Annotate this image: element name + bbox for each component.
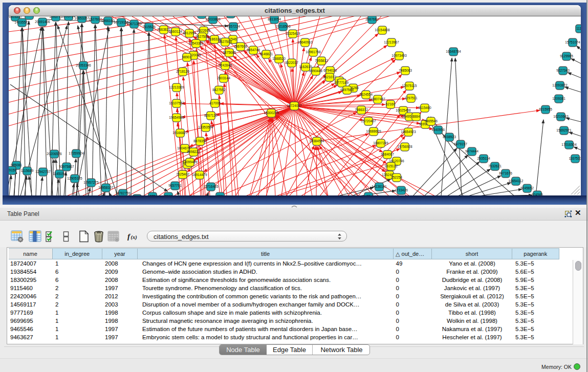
svg-text:2718126: 2718126 xyxy=(176,70,189,73)
svg-text:15692971: 15692971 xyxy=(556,128,572,132)
svg-text:10154808: 10154808 xyxy=(375,28,390,32)
svg-text:19756928: 19756928 xyxy=(397,145,412,148)
svg-text:11325419: 11325419 xyxy=(286,32,300,35)
svg-text:16107552: 16107552 xyxy=(169,101,184,105)
svg-text:9560: 9560 xyxy=(165,194,172,195)
svg-text:8427552: 8427552 xyxy=(212,88,226,92)
svg-text:19166827: 19166827 xyxy=(172,131,188,135)
svg-text:16033809: 16033809 xyxy=(205,17,221,21)
svg-text:3624554: 3624554 xyxy=(359,93,373,96)
svg-text:10688609: 10688609 xyxy=(366,129,381,133)
svg-text:955: 955 xyxy=(149,194,155,195)
svg-text:2322605: 2322605 xyxy=(197,29,210,32)
svg-text:1112: 1112 xyxy=(576,27,581,30)
svg-text:(x): (x) xyxy=(131,234,137,240)
svg-text:8215955: 8215955 xyxy=(539,107,552,111)
svg-text:1145194: 1145194 xyxy=(53,172,66,176)
svg-text:9465546: 9465546 xyxy=(424,119,438,123)
svg-text:8454749: 8454749 xyxy=(247,48,260,52)
svg-text:1297511: 1297511 xyxy=(404,96,418,100)
svg-text:1209381: 1209381 xyxy=(552,97,565,100)
svg-text:9242845: 9242845 xyxy=(219,63,232,67)
svg-text:12213967: 12213967 xyxy=(384,40,399,44)
svg-text:39159: 39159 xyxy=(9,168,16,172)
svg-text:924565: 924565 xyxy=(532,193,543,195)
svg-text:8912954: 8912954 xyxy=(183,31,196,35)
svg-text:1621072: 1621072 xyxy=(323,75,336,79)
svg-text:3875685: 3875685 xyxy=(223,51,236,54)
svg-text:16914479: 16914479 xyxy=(192,173,207,177)
svg-text:9684067: 9684067 xyxy=(381,152,394,156)
svg-text:9498222: 9498222 xyxy=(187,150,200,154)
svg-text:15300275: 15300275 xyxy=(264,111,279,115)
svg-text:19654985: 19654985 xyxy=(169,116,184,119)
svg-text:1615132: 1615132 xyxy=(384,164,398,168)
svg-text:10654112: 10654112 xyxy=(509,179,524,183)
svg-text:6966160: 6966160 xyxy=(101,19,115,23)
svg-text:14136141: 14136141 xyxy=(372,185,387,188)
svg-text:6794028: 6794028 xyxy=(323,69,337,72)
svg-text:6479197: 6479197 xyxy=(454,142,467,146)
svg-text:14035572: 14035572 xyxy=(14,20,30,24)
svg-text:8878352: 8878352 xyxy=(193,139,207,143)
svg-text:98901: 98901 xyxy=(182,55,192,59)
svg-text:1093734: 1093734 xyxy=(62,16,75,18)
svg-text:12213369: 12213369 xyxy=(169,85,184,89)
svg-text:16210643: 16210643 xyxy=(553,115,569,118)
svg-text:15716485: 15716485 xyxy=(203,185,219,188)
svg-text:17359924: 17359924 xyxy=(69,151,84,155)
svg-text:19218506: 19218506 xyxy=(275,25,291,28)
svg-text:1733426: 1733426 xyxy=(395,188,408,192)
svg-text:7625402: 7625402 xyxy=(176,172,189,176)
svg-text:15720407: 15720407 xyxy=(361,119,376,123)
svg-text:8884: 8884 xyxy=(412,115,420,118)
svg-text:62160: 62160 xyxy=(386,102,396,106)
svg-text:417006: 417006 xyxy=(209,101,221,105)
svg-text:9115460: 9115460 xyxy=(418,106,431,110)
svg-text:1588520: 1588520 xyxy=(272,57,286,60)
svg-text:1640956: 1640956 xyxy=(431,128,445,132)
svg-text:8938923: 8938923 xyxy=(443,135,456,139)
svg-text:13353594: 13353594 xyxy=(198,125,213,129)
svg-text:10671355: 10671355 xyxy=(126,22,142,26)
svg-text:10543382: 10543382 xyxy=(188,41,204,45)
svg-text:1527602: 1527602 xyxy=(89,17,102,21)
svg-text:956: 956 xyxy=(217,194,223,195)
svg-text:6497568: 6497568 xyxy=(340,88,354,92)
svg-text:20206576: 20206576 xyxy=(47,152,62,156)
svg-text:2867608: 2867608 xyxy=(234,45,247,48)
svg-text:12093872: 12093872 xyxy=(552,83,568,87)
svg-text:9777169: 9777169 xyxy=(335,81,349,84)
svg-text:2069: 2069 xyxy=(26,16,33,17)
svg-text:95: 95 xyxy=(366,194,371,195)
svg-text:9527500: 9527500 xyxy=(195,35,209,38)
svg-text:7515526: 7515526 xyxy=(142,25,156,29)
svg-text:7955812: 7955812 xyxy=(315,59,328,62)
svg-text:10025458: 10025458 xyxy=(396,108,411,112)
svg-text:8267130: 8267130 xyxy=(204,114,217,117)
svg-text:20053346: 20053346 xyxy=(76,63,91,67)
svg-text:8813054: 8813054 xyxy=(268,17,281,21)
svg-text:7485063: 7485063 xyxy=(399,69,412,72)
svg-text:9129965: 9129965 xyxy=(560,54,573,58)
svg-text:15751074: 15751074 xyxy=(565,40,580,44)
svg-text:2935114: 2935114 xyxy=(477,157,490,160)
svg-text:2087682: 2087682 xyxy=(365,17,379,21)
svg-text:14099489: 14099489 xyxy=(182,160,198,164)
svg-text:20691406: 20691406 xyxy=(35,20,50,24)
svg-text:1115689: 1115689 xyxy=(21,169,34,172)
svg-text:10653267: 10653267 xyxy=(74,16,90,20)
svg-text:1162615: 1162615 xyxy=(299,65,312,69)
svg-text:12942737: 12942737 xyxy=(35,170,51,173)
svg-text:9146821: 9146821 xyxy=(259,52,273,56)
svg-text:16648784: 16648784 xyxy=(446,50,461,53)
svg-text:12905185: 12905185 xyxy=(67,177,82,180)
svg-text:9657791: 9657791 xyxy=(168,184,182,187)
svg-text:8471676: 8471676 xyxy=(499,171,512,175)
svg-text:18807249: 18807249 xyxy=(373,141,388,145)
svg-text:1093773: 1093773 xyxy=(49,16,62,18)
svg-text:2803144: 2803144 xyxy=(217,76,230,80)
svg-text:19384554: 19384554 xyxy=(309,139,324,143)
svg-text:10958107: 10958107 xyxy=(98,186,114,189)
svg-text:9474444: 9474444 xyxy=(465,149,478,153)
